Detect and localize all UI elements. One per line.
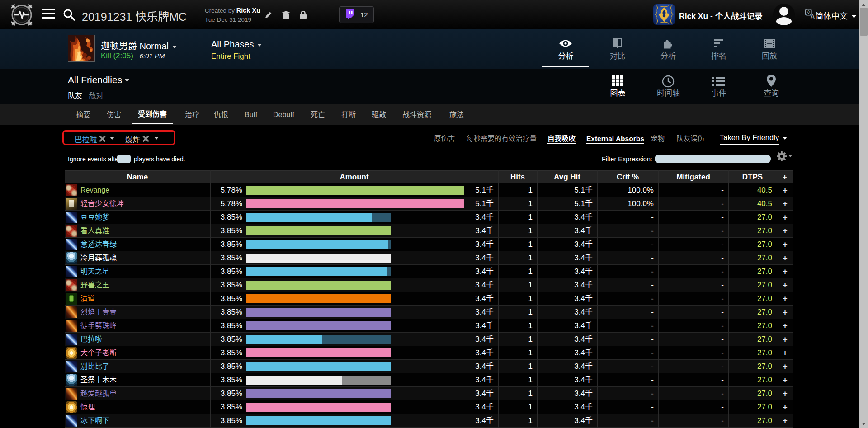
svg-text:A: A xyxy=(811,13,815,19)
